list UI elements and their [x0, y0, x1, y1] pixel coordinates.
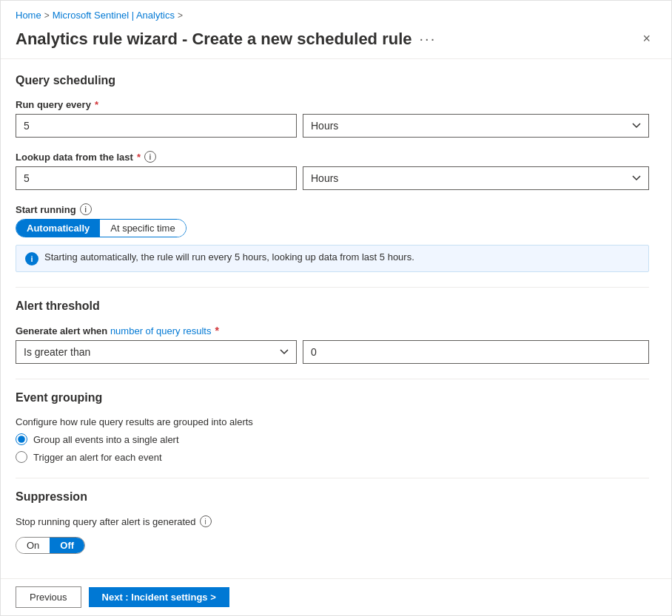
generate-alert-colored: number of query results — [110, 325, 212, 336]
query-scheduling-heading: Query scheduling — [16, 74, 649, 87]
lookup-info-icon[interactable]: i — [144, 151, 156, 163]
radio-each-event-input[interactable] — [16, 451, 27, 463]
run-query-input[interactable] — [16, 114, 297, 138]
previous-button[interactable]: Previous — [16, 586, 81, 608]
main-content: Query scheduling Run query every * Hours… — [1, 59, 671, 578]
radio-each-event-label: Trigger an alert for each event — [33, 452, 162, 463]
header-left: Analytics rule wizard - Create a new sch… — [16, 30, 436, 49]
breadcrumb-sentinel[interactable]: Microsoft Sentinel | Analytics — [53, 10, 175, 21]
page-wrapper: Home > Microsoft Sentinel | Analytics > … — [0, 0, 672, 616]
event-grouping-heading: Event grouping — [16, 391, 649, 405]
header: Analytics rule wizard - Create a new sch… — [1, 25, 671, 58]
section-divider-1 — [16, 287, 649, 288]
event-grouping-group: Configure how rule query results are gro… — [16, 416, 649, 463]
threshold-value-input[interactable] — [303, 340, 649, 364]
lookup-label: Lookup data from the last * i — [16, 151, 649, 163]
section-divider-3 — [16, 478, 649, 478]
lookup-unit-select[interactable]: Hours Minutes Days — [303, 166, 649, 190]
threshold-select-wrap: Is greater than Is less than Is equal to — [16, 340, 297, 364]
info-message-box: i Starting automatically, the rule will … — [16, 245, 649, 272]
lookup-input[interactable] — [16, 166, 297, 190]
run-query-unit-select[interactable]: Hours Minutes Days — [303, 114, 649, 138]
alert-threshold-group: Generate alert when number of query resu… — [16, 325, 649, 364]
lookup-row: Hours Minutes Days — [16, 166, 649, 190]
start-running-toggle: Automatically At specific time — [16, 219, 187, 237]
run-query-row: Hours Minutes Days — [16, 114, 649, 138]
suppression-desc: Stop running query after alert is genera… — [16, 515, 649, 527]
suppression-toggle: On Off — [16, 537, 85, 554]
info-msg-icon: i — [25, 252, 38, 265]
next-button[interactable]: Next : Incident settings > — [89, 587, 229, 607]
event-grouping-radio-group: Group all events into a single alert Tri… — [16, 433, 649, 463]
run-query-required: * — [95, 99, 98, 110]
radio-single-alert-input[interactable] — [16, 433, 27, 445]
generate-alert-label-row: Generate alert when number of query resu… — [16, 325, 649, 336]
alert-threshold-heading: Alert threshold — [16, 299, 649, 313]
breadcrumb: Home > Microsoft Sentinel | Analytics > — [1, 1, 671, 25]
threshold-condition-select[interactable]: Is greater than Is less than Is equal to — [16, 340, 297, 364]
suppression-heading: Suppression — [16, 490, 649, 504]
start-running-label: Start running i — [16, 203, 649, 215]
breadcrumb-sep1: > — [44, 10, 50, 21]
start-running-group: Start running i Automatically At specifi… — [16, 203, 649, 272]
suppression-off-button[interactable]: Off — [50, 538, 84, 553]
footer: Previous Next : Incident settings > — [1, 578, 671, 615]
lookup-required: * — [137, 152, 141, 163]
section-divider-2 — [16, 379, 649, 379]
automatically-button[interactable]: Automatically — [16, 220, 100, 237]
breadcrumb-sep2: > — [178, 10, 183, 21]
breadcrumb-home[interactable]: Home — [16, 10, 41, 21]
event-grouping-desc: Configure how rule query results are gro… — [16, 416, 649, 427]
suppression-group: Stop running query after alert is genera… — [16, 515, 649, 554]
info-message-text: Starting automatically, the rule will ru… — [44, 251, 414, 263]
page-title: Analytics rule wizard - Create a new sch… — [16, 30, 412, 49]
threshold-input-wrap — [303, 340, 649, 364]
radio-single-alert[interactable]: Group all events into a single alert — [16, 433, 649, 445]
run-query-label: Run query every * — [16, 99, 649, 110]
close-button[interactable]: × — [636, 28, 656, 50]
lookup-group: Lookup data from the last * i Hours Minu… — [16, 151, 649, 190]
run-query-group: Run query every * Hours Minutes Days — [16, 99, 649, 138]
start-running-info-icon[interactable]: i — [80, 203, 92, 215]
more-icon[interactable]: ··· — [420, 30, 437, 47]
radio-single-alert-label: Group all events into a single alert — [33, 434, 179, 445]
radio-each-event[interactable]: Trigger an alert for each event — [16, 451, 649, 463]
alert-threshold-row: Is greater than Is less than Is equal to — [16, 340, 649, 364]
generate-alert-label: Generate alert when number of query resu… — [16, 325, 211, 336]
suppression-info-icon[interactable]: i — [200, 515, 212, 527]
threshold-required-star: * — [215, 325, 218, 336]
suppression-on-button[interactable]: On — [16, 538, 50, 553]
specific-time-button[interactable]: At specific time — [100, 220, 185, 237]
